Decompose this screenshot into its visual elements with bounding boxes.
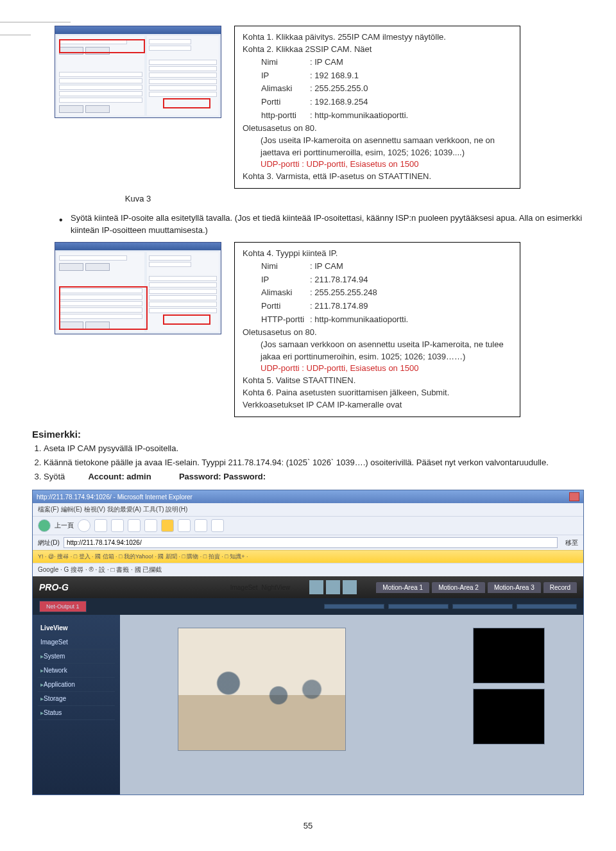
pill-imageset[interactable]: ImageSet [230,584,258,591]
info-box-2: Kohta 4. Tyyppi kiinteä IP. Nimi: IP CAM… [234,242,520,417]
example-steps: Aseta IP CAM pysyvällä IP-osoitella. Kää… [44,442,584,483]
screenshot-thumb-2 [55,242,221,334]
f1-oletus: Oletusasetus on 80. [243,123,512,135]
camera-thumb-2[interactable] [473,689,545,744]
sidebar-item-application[interactable]: Application [38,678,115,692]
back-label: 上一頁 [55,521,74,530]
ptz-icon-3[interactable] [343,580,357,594]
app-logo: PRO-G [39,582,69,592]
f1-r0-v: : IP CAM [309,56,409,69]
f2-udp: UDP-portti : UDP-portti, Esiasetus on 15… [261,363,512,375]
f1-udp: UDP-portti : UDP-portti, Esiasetus on 15… [261,159,512,171]
tab-motion-3[interactable]: Motion-Area 3 [488,582,541,593]
browser-menu[interactable]: 檔案(F) 編輯(E) 檢視(V) 我的最愛(A) 工具(T) 說明(H) [33,503,583,516]
app-sidebar: LiveView ImageSet System Network Applica… [33,615,120,795]
f1-r1-k: IP [261,69,309,83]
page-number: 55 [32,821,584,830]
sidebar-item-status[interactable]: Status [38,706,115,720]
history-icon[interactable] [178,519,191,532]
subcell-2[interactable] [388,604,449,609]
step3-c: Password: Password: [179,472,266,481]
tab-motion-2[interactable]: Motion-Area 2 [432,582,485,593]
sidebar-item-network[interactable]: Network [38,664,115,678]
fav-icon[interactable] [161,519,174,532]
yahoo-toolbar[interactable]: Y! · @· 搜尋 · □ 登入 · 國 信箱 · □ 我的Yahoo! · … [33,550,583,563]
address-input[interactable] [64,537,558,548]
search-icon[interactable] [144,519,157,532]
tab-motion-1[interactable]: Motion-Area 1 [376,582,429,593]
kohta1-text: Kohta 1. Klikkaa päivitys. 255IP CAM ilm… [243,31,512,44]
kohta5-text: Kohta 5. Valitse STAATTINEN. [243,375,512,387]
go-label: 移至 [565,538,578,547]
mail-icon[interactable] [194,519,207,532]
close-icon[interactable] [569,492,579,501]
f2-r0-k: Nimi [261,260,309,273]
home-icon[interactable] [128,519,141,532]
sidebar-item-liveview[interactable]: LiveView [38,621,115,635]
subcell-4[interactable] [517,604,577,609]
f1-r2-k: Alimaski [261,82,309,96]
step-3: Syötä Account: admin Password: Password: [44,470,584,483]
f1-r4-v: : http-kommunikaatioportti. [309,109,409,123]
f1-r3-v: : 192.168.9.254 [309,96,409,109]
screenshot-thumb-1 [55,26,221,118]
kohta3-text: Kohta 3. Varmista, että IP-asetus on STA… [243,171,512,183]
step-2: Käännä tietokone päälle ja avaa IE-selai… [44,456,584,469]
camera-view-area [120,615,583,795]
f2-r2-k: Alimaski [261,286,309,300]
figure1-caption: Kuva 3 [55,194,221,203]
f1-jos: (Jos useita IP-kameroita on asennettu sa… [261,135,512,159]
browser-screenshot: http://211.78.174.94:1026/ - Microsoft I… [32,490,584,795]
info-box-1: Kohta 1. Klikkaa päivitys. 255IP CAM ilm… [234,26,520,189]
example-heading: Esimerkki: [32,429,584,440]
f1-r1-v: : 192 168.9.1 [309,69,409,83]
f2-r4-v: : http-kommunikaatioportti. [309,313,409,327]
f2-r4-k: HTTP-portti [261,313,309,327]
f2-r2-v: : 255.255.255.248 [309,286,409,300]
f1-r2-v: : 255.255.255.0 [309,82,409,96]
f2-r0-v: : IP CAM [309,260,409,273]
step3-b: Account: admin [88,472,151,481]
f2-r3-v: : 211.78.174.89 [309,300,409,313]
step3-a: Syötä [44,472,65,481]
f2-r3-k: Portti [261,300,309,313]
tab-record[interactable]: Record [543,582,577,593]
f2-r1-k: IP [261,273,309,287]
f2-jos: (Jos samaan verkkoon on asennettu useita… [261,339,512,363]
print-icon[interactable] [211,519,224,532]
google-toolbar[interactable]: Google · G 搜尋 · ® · 設 · □ 書籤 · 國 已攔截 [33,563,583,576]
addr-label: 網址(D) [38,538,60,547]
back-icon[interactable] [38,519,51,532]
step-1: Aseta IP CAM pysyvällä IP-osoitella. [44,442,584,455]
sidebar-item-system[interactable]: System [38,649,115,664]
camera-thumb-1[interactable] [473,628,545,683]
fwd-icon[interactable] [78,519,90,532]
sidebar-item-storage[interactable]: Storage [38,692,115,706]
f1-r3-k: Portti [261,96,309,109]
subcell-1[interactable] [324,604,384,609]
bullet-text: Syötä kiinteä IP-osoite alla esitetyllä … [56,212,584,237]
refresh-icon[interactable] [111,519,124,532]
camera-main-feed [178,628,346,751]
f2-r1-v: : 211.78.174.94 [309,273,409,287]
stop-icon[interactable] [94,519,107,532]
kohta4-text: Kohta 4. Tyyppi kiinteä IP. [243,248,512,260]
kohta2-text: Kohta 2. Klikkaa 2SSIP CAM. Näet [243,44,512,56]
browser-toolbar: 上一頁 [33,516,583,535]
subbar-netoutput[interactable]: Net-Output 1 [39,601,87,612]
subcell-3[interactable] [452,604,513,609]
pill-nightview[interactable]: NightView [261,584,290,591]
sidebar-item-imageset[interactable]: ImageSet [38,635,115,649]
kohta6-text: Kohta 6. Paina asetusten suorittamisen j… [243,387,512,411]
f2-oletus: Oletusasetus on 80. [243,327,512,339]
f1-r0-k: Nimi [261,56,309,69]
ptz-icon-2[interactable] [326,580,340,594]
browser-title: http://211.78.174.94:1026/ - Microsoft I… [37,494,193,501]
ptz-icon[interactable] [309,580,323,594]
f1-r4-k: http-portti [261,109,309,123]
